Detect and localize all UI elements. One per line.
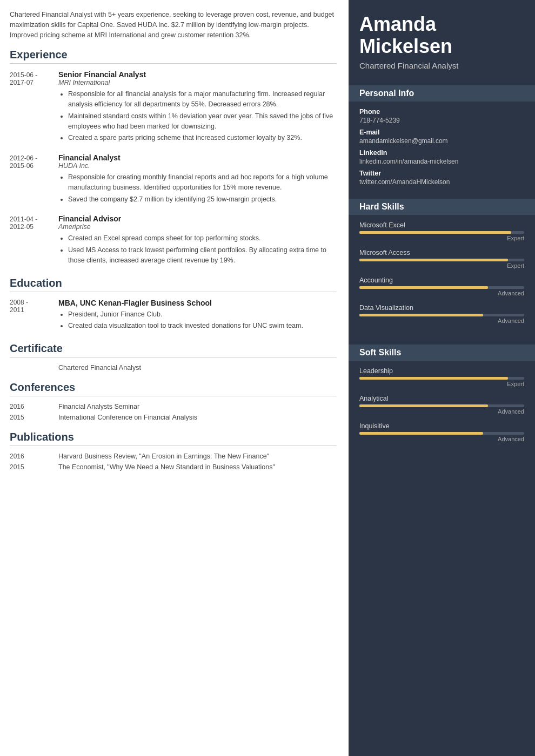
skill-bar-bg (359, 286, 524, 289)
phone-value: 718-774-5239 (359, 117, 524, 124)
certificate-item: Chartered Financial Analyst (10, 364, 337, 372)
skill-bar-bg (359, 259, 524, 261)
personal-info-title: Personal Info (349, 85, 535, 102)
education-item: 2008 - 2011MBA, UNC Kenan-Flagler Busine… (10, 299, 337, 333)
pub-year: 2015 (10, 463, 58, 471)
exp-bullet: Responsible for creating monthly financi… (68, 172, 337, 193)
skill-level: Advanced (359, 408, 524, 415)
skill-item: LeadershipExpert (359, 367, 524, 387)
twitter-value: twitter.com/AmandaHMickelson (359, 178, 524, 186)
experience-title: Experience (10, 49, 337, 64)
exp-bullet: Created an Excel spread comps sheet for … (68, 233, 337, 244)
experience-item: 2011-04 - 2012-05Financial AdvisorAmerip… (10, 214, 337, 267)
publications-list: 2016Harvard Business Review, "An Erosion… (10, 453, 337, 471)
skill-bar-fill (359, 314, 483, 316)
skill-name: Data Visualization (359, 304, 524, 312)
soft-skills-section: Soft Skills LeadershipExpertAnalyticalAd… (349, 338, 535, 456)
edu-dates: 2008 - 2011 (10, 299, 58, 333)
exp-job-title: Financial Analyst (58, 153, 337, 162)
skill-name: Inquisitive (359, 422, 524, 430)
skill-item: InquisitiveAdvanced (359, 422, 524, 442)
pub-year: 2016 (10, 453, 58, 460)
exp-content: Financial AnalystHUDA Inc.Responsible fo… (58, 153, 337, 206)
exp-company: MRI International (58, 79, 337, 86)
experience-list: 2015-06 - 2017-07Senior Financial Analys… (10, 70, 337, 267)
certificate-name: Chartered Financial Analyst (58, 364, 141, 372)
skill-name: Leadership (359, 367, 524, 375)
summary-text: Chartered Financial Analyst with 5+ year… (10, 10, 337, 40)
conferences-section: Conferences 2016Financial Analysts Semin… (10, 381, 337, 421)
right-column: Amanda Mickelsen Chartered Financial Ana… (349, 0, 535, 756)
candidate-name: Amanda Mickelsen (359, 13, 524, 58)
exp-bullet: Responsible for all financial analysis f… (68, 89, 337, 110)
exp-company: Ameriprise (58, 223, 337, 231)
exp-bullet: Created a spare parts pricing scheme tha… (68, 133, 337, 143)
exp-bullet: Used MS Access to track lowest performin… (68, 245, 337, 266)
left-column: Chartered Financial Analyst with 5+ year… (0, 0, 349, 756)
skill-item: AccountingAdvanced (359, 276, 524, 296)
hard-skills-section: Hard Skills Microsoft ExcelExpertMicroso… (349, 192, 535, 338)
skill-name: Microsoft Excel (359, 221, 524, 229)
hard-skills-list: Microsoft ExcelExpertMicrosoft AccessExp… (359, 221, 524, 324)
conferences-list: 2016Financial Analysts Seminar2015Intern… (10, 403, 337, 421)
exp-dates: 2011-04 - 2012-05 (10, 214, 58, 267)
skill-bar-fill (359, 259, 508, 261)
pub-text: The Economist, "Why We Need a New Standa… (58, 463, 275, 471)
name-block: Amanda Mickelsen Chartered Financial Ana… (349, 0, 535, 79)
skill-item: AnalyticalAdvanced (359, 395, 524, 415)
skill-name: Analytical (359, 395, 524, 402)
skill-bar-fill (359, 231, 511, 234)
skill-bar-fill (359, 286, 488, 289)
edu-degree: MBA, UNC Kenan-Flagler Business School (58, 299, 337, 307)
skill-bar-bg (359, 231, 524, 234)
edu-bullet: Created data visualization tool to track… (68, 321, 337, 331)
phone-label: Phone (359, 108, 524, 116)
conference-item: 2015International Conference on Financia… (10, 414, 337, 421)
skill-level: Advanced (359, 436, 524, 442)
personal-info-section: Personal Info Phone 718-774-5239 E-mail … (349, 79, 535, 192)
conf-name: Financial Analysts Seminar (58, 403, 139, 410)
conferences-title: Conferences (10, 381, 337, 396)
soft-skills-title: Soft Skills (349, 345, 535, 361)
exp-bullet: Maintained standard costs within 1% devi… (68, 111, 337, 132)
experience-section: Experience 2015-06 - 2017-07Senior Finan… (10, 49, 337, 267)
publication-item: 2016Harvard Business Review, "An Erosion… (10, 453, 337, 460)
skill-level: Expert (359, 262, 524, 269)
linkedin-label: LinkedIn (359, 149, 524, 157)
skill-bar-bg (359, 404, 524, 407)
hard-skills-title: Hard Skills (349, 199, 535, 215)
soft-skills-list: LeadershipExpertAnalyticalAdvancedInquis… (359, 367, 524, 442)
skill-level: Expert (359, 235, 524, 241)
certificate-title: Certificate (10, 342, 337, 357)
education-title: Education (10, 277, 337, 292)
exp-dates: 2015-06 - 2017-07 (10, 70, 58, 145)
candidate-title: Chartered Financial Analyst (359, 61, 524, 70)
skill-item: Microsoft AccessExpert (359, 249, 524, 269)
education-section: Education 2008 - 2011MBA, UNC Kenan-Flag… (10, 277, 337, 333)
skill-bar-bg (359, 377, 524, 380)
skill-bar-fill (359, 377, 508, 380)
skill-item: Data VisualizationAdvanced (359, 304, 524, 324)
certificate-section: Certificate Chartered Financial Analyst (10, 342, 337, 372)
twitter-label: Twitter (359, 170, 524, 177)
skill-bar-bg (359, 314, 524, 316)
skill-item: Microsoft ExcelExpert (359, 221, 524, 241)
conf-name: International Conference on Financial An… (58, 414, 197, 421)
edu-bullet: President, Junior Finance Club. (68, 309, 337, 320)
conf-year: 2015 (10, 414, 58, 421)
email-value: amandamickelsen@gmail.com (359, 137, 524, 145)
education-list: 2008 - 2011MBA, UNC Kenan-Flagler Busine… (10, 299, 337, 333)
skill-bar-fill (359, 404, 488, 407)
conference-item: 2016Financial Analysts Seminar (10, 403, 337, 410)
experience-item: 2015-06 - 2017-07Senior Financial Analys… (10, 70, 337, 145)
skill-name: Accounting (359, 276, 524, 284)
skill-level: Advanced (359, 290, 524, 296)
edu-content: MBA, UNC Kenan-Flagler Business SchoolPr… (58, 299, 337, 333)
skill-name: Microsoft Access (359, 249, 524, 256)
linkedin-value: linkedin.com/in/amanda-mickelsen (359, 158, 524, 165)
publications-title: Publications (10, 431, 337, 446)
skill-bar-bg (359, 432, 524, 435)
exp-dates: 2012-06 - 2015-06 (10, 153, 58, 206)
exp-job-title: Financial Advisor (58, 214, 337, 223)
exp-content: Financial AdvisorAmeripriseCreated an Ex… (58, 214, 337, 267)
